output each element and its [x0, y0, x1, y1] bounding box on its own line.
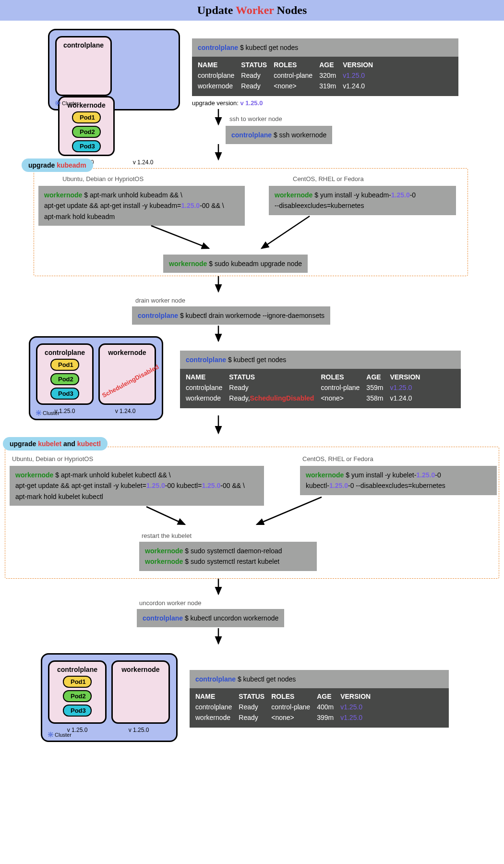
- svg-line-12: [262, 216, 310, 248]
- svg-line-11: [151, 226, 209, 248]
- svg-line-8: [59, 101, 60, 101]
- kubelet-tag: upgrade kubelet and kubectl: [3, 437, 108, 450]
- svg-point-29: [50, 734, 52, 736]
- svg-point-0: [57, 102, 59, 104]
- svg-line-22: [36, 414, 37, 414]
- pod2: Pod2: [72, 126, 101, 138]
- get-nodes-cmd-2: controlplane $ kubectl get nodes: [180, 351, 461, 369]
- svg-line-34: [48, 732, 49, 733]
- controlplane-node-1: controlplane: [55, 36, 112, 96]
- controlplane-node-3: controlplane Pod1 Pod2 Pod3: [48, 660, 107, 724]
- uncordon-cmd: controlplane $ kubectl uncordon workerno…: [137, 609, 284, 627]
- svg-line-36: [48, 736, 49, 736]
- get-nodes-cmd-3: controlplane $ kubectl get nodes: [190, 670, 449, 688]
- workernode-node-2: workernode ScheduleingDisabled: [98, 343, 156, 405]
- ubuntu-heading-1: Ubuntu, Debian or HypriotOS: [62, 175, 144, 183]
- svg-line-6: [59, 104, 60, 105]
- upgrade-version-line: upgrade version: v 1.25.0: [192, 99, 263, 107]
- kubeadm-yum-cmd: workernode $ yum install -y kubeadm-1.25…: [269, 186, 456, 215]
- svg-line-7: [56, 104, 56, 105]
- title-t2: Worker: [236, 4, 274, 16]
- ubuntu-heading-2: Ubuntu, Debian or HypriotOS: [12, 455, 93, 462]
- drain-caption: drain worker node: [135, 297, 185, 304]
- title-bar: Update Worker Nodes: [0, 0, 504, 21]
- wn-version-1: v 1.24.0: [115, 159, 171, 166]
- cluster-label-2: Cluster: [36, 410, 60, 416]
- svg-point-15: [38, 412, 40, 414]
- kubelet-yum-cmd: workernode $ yum install -y kubelet-1.25…: [300, 466, 497, 495]
- nodes-table-3: NAMESTATUSROLESAGEVERSION controlplaneRe…: [190, 688, 449, 728]
- pod2: Pod2: [63, 690, 92, 702]
- svg-line-23: [40, 411, 40, 411]
- scheduling-disabled-label: ScheduleingDisabled: [101, 363, 160, 399]
- get-nodes-cmd-1: controlplane $ kubectl get nodes: [192, 38, 458, 57]
- svg-line-35: [52, 736, 52, 736]
- svg-line-20: [36, 411, 37, 411]
- title-t1: Update: [197, 4, 236, 16]
- kubeadm-apt-cmd: workernode $ apt-mark unhold kubeadm && …: [38, 186, 245, 226]
- host: controlplane: [198, 44, 238, 51]
- pod2: Pod2: [50, 373, 79, 385]
- pod3: Pod3: [63, 705, 92, 717]
- centos-heading-2: CentOS, RHEL or Fedora: [302, 455, 373, 462]
- pod3: Pod3: [72, 140, 101, 152]
- nodes-table-1: NAMESTATUSROLESAGEVERSION controlplaneRe…: [192, 57, 458, 96]
- nodes-table-2: NAMESTATUSROLESAGEVERSION controlplaneRe…: [180, 369, 461, 408]
- ssh-cmd: controlplane $ ssh workernode: [226, 126, 332, 144]
- wn-version-2: v 1.24.0: [96, 408, 154, 414]
- pod1: Pod1: [50, 359, 79, 371]
- cluster-1: controlplane workernode Pod1 Pod2 Pod3 v…: [48, 29, 180, 110]
- ssh-caption: ssh to worker node: [229, 115, 282, 122]
- gear-icon: [36, 410, 41, 415]
- restart-caption: restart the kubelet: [142, 532, 192, 539]
- kubeadm-tag: upgrade kubeadm: [22, 158, 93, 172]
- pod1: Pod1: [72, 111, 101, 123]
- cluster-label-3: Cluster: [48, 732, 72, 738]
- wn-version-3: v 1.25.0: [109, 727, 168, 733]
- svg-line-25: [146, 507, 185, 524]
- cluster-3: controlplane Pod1 Pod2 Pod3 workernode v…: [41, 653, 178, 742]
- cluster-label-1: Cluster: [55, 100, 79, 106]
- gear-icon: [55, 100, 60, 106]
- controlplane-node-2: controlplane Pod1 Pod2 Pod3: [36, 343, 94, 405]
- title-t3: Nodes: [274, 4, 307, 16]
- cluster-2: controlplane Pod1 Pod2 Pod3 workernode S…: [29, 336, 163, 420]
- kubeadm-upgrade-node-cmd: workernode $ sudo kubeadm upgrade node: [163, 255, 308, 273]
- uncordon-caption: uncordon worker node: [139, 599, 201, 607]
- pod3: Pod3: [50, 388, 79, 400]
- centos-heading-1: CentOS, RHEL or Fedora: [293, 175, 364, 183]
- workernode-node-3: workernode: [111, 660, 170, 724]
- svg-line-5: [56, 101, 56, 101]
- drain-cmd: controlplane $ kubectl drain workernode …: [132, 306, 330, 325]
- svg-line-21: [40, 414, 40, 414]
- svg-line-26: [257, 497, 322, 524]
- restart-cmd: workernode $ sudo systemctl daemon-reloa…: [139, 542, 317, 571]
- kubelet-apt-cmd: workernode $ apt-mark unhold kubelet kub…: [10, 466, 264, 506]
- gear-icon: [48, 732, 53, 737]
- node-label: controlplane: [63, 41, 104, 49]
- pod1: Pod1: [63, 676, 92, 688]
- svg-line-37: [52, 732, 52, 733]
